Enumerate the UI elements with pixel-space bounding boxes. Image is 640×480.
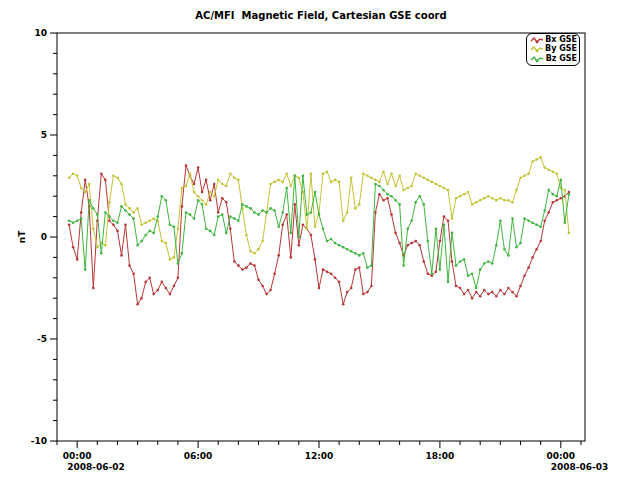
legend-item-bz: Bz GSE (530, 55, 577, 63)
legend-label-bx: Bx GSE (545, 36, 577, 44)
y-axis-title: nT (17, 230, 27, 243)
plot-canvas: 1050-5-10nT00:0006:0012:0018:0000:002008… (0, 0, 640, 480)
by-line-sample-icon (530, 45, 543, 53)
bz-line-sample-icon (530, 55, 544, 63)
y-tick-label: 0 (41, 232, 47, 242)
y-tick-label: 5 (41, 130, 47, 140)
axes: 1050-5-10nT00:0006:0012:0018:0000:002008… (17, 28, 608, 472)
series-by-gse (68, 156, 570, 261)
legend-item-bx: Bx GSE (530, 36, 577, 44)
y-tick-label: -5 (37, 334, 47, 344)
x-tick-label: 00:00 (546, 451, 575, 461)
x-tick-label: 18:00 (426, 451, 455, 461)
legend-label-by: By GSE (545, 45, 577, 53)
legend-label-bz: Bz GSE (546, 55, 577, 63)
series-bz-gse (68, 175, 570, 290)
legend-item-by: By GSE (530, 45, 577, 53)
x-start-date-label: 2008-06-02 (67, 462, 125, 472)
x-end-date-label: 2008-06-03 (551, 462, 609, 472)
y-tick-label: 10 (34, 28, 47, 38)
legend: Bx GSE By GSE Bz GSE (526, 33, 580, 66)
x-tick-label: 00:00 (63, 451, 92, 461)
x-tick-label: 12:00 (305, 451, 334, 461)
series-bx-gse (68, 164, 570, 305)
screenshot-root: AC/MFI Magnetic Field, Cartesian GSE coo… (0, 0, 640, 480)
y-tick-label: -10 (31, 436, 47, 446)
x-tick-label: 06:00 (184, 451, 213, 461)
bx-line-sample-icon (530, 36, 543, 44)
